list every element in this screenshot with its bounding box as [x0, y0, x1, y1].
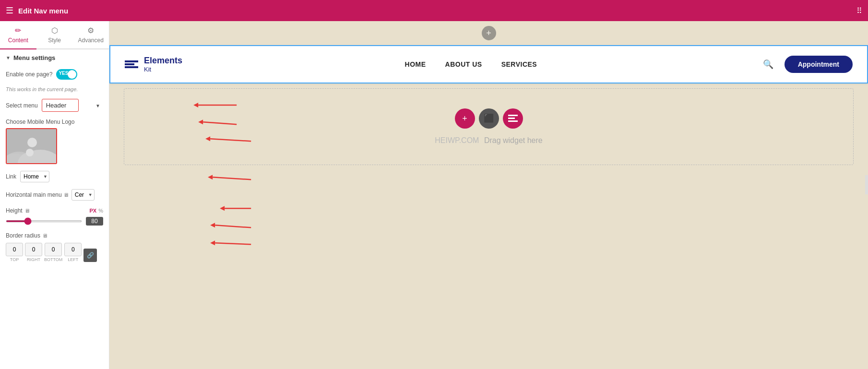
main-layout: ✏ Content ⬡ Style ⚙ Advanced ▼ Menu sett… — [0, 21, 868, 369]
corner-left: LEFT — [64, 243, 82, 262]
logo-placeholder — [7, 129, 56, 163]
watermark-text: HEIWP.COM — [435, 136, 479, 144]
drag-hint: Drag widget here — [484, 136, 543, 144]
slider-row: 80 — [6, 217, 103, 226]
corner-top: TOP — [6, 243, 23, 262]
nav-item-home[interactable]: HOME — [405, 60, 426, 68]
mobile-logo-section: Choose Mobile Menu Logo — [6, 119, 103, 164]
svg-rect-6 — [508, 120, 518, 122]
mobile-logo-label: Choose Mobile Menu Logo — [6, 119, 103, 125]
search-icon-button[interactable]: 🔍 — [760, 56, 777, 73]
enable-one-page-toggle[interactable]: YES — [56, 69, 77, 80]
svg-marker-20 — [210, 240, 215, 245]
add-widget-button[interactable]: + — [455, 108, 475, 129]
link-select-wrapper: Home — [20, 171, 49, 182]
select-menu-row: Select menu Header — [6, 99, 103, 112]
corner-left-input[interactable] — [64, 243, 82, 256]
enable-one-page-label: Enable one page? — [6, 71, 52, 78]
hamburger-icon[interactable]: ☰ — [6, 5, 13, 16]
grid-icon[interactable]: ⠿ — [856, 6, 862, 15]
style-tab-icon: ⬡ — [51, 26, 58, 35]
svg-line-13 — [213, 177, 251, 179]
widget-action-icons: + ⬛ — [455, 108, 523, 129]
tab-style[interactable]: ⬡ Style — [36, 21, 73, 49]
toggle-yes-label: YES — [59, 71, 68, 76]
enable-one-page-row: Enable one page? YES — [6, 69, 103, 80]
nav-item-about[interactable]: ABOUT US — [445, 60, 482, 68]
logo-brand: Elements Kit — [125, 56, 182, 73]
ek-icon-svg — [508, 115, 518, 122]
add-section-button-top[interactable]: + — [482, 26, 496, 40]
hint-text: This works in the current page. — [6, 86, 103, 92]
pct-unit[interactable]: % — [98, 208, 103, 214]
nav-item-services[interactable]: SERVICES — [501, 60, 537, 68]
canvas-area: + Elements Kit HOME ABOUT US SERVIC — [109, 21, 868, 369]
link-dropdown[interactable]: Home — [20, 171, 49, 182]
svg-rect-4 — [508, 115, 518, 116]
corner-top-input[interactable] — [6, 243, 23, 256]
height-section: Height 🖥 PX % 80 — [6, 207, 103, 226]
nav-menu: HOME ABOUT US SERVICES — [182, 60, 760, 68]
svg-point-2 — [19, 150, 57, 164]
move-widget-button[interactable]: ⬛ — [479, 108, 499, 129]
corner-bottom-input[interactable] — [45, 243, 62, 256]
panel-content: ▼ Menu settings Enable one page? YES Thi… — [0, 49, 109, 369]
ek-logo-icon — [125, 60, 138, 68]
section-title: Menu settings — [13, 54, 55, 61]
logo-bar3 — [125, 66, 138, 68]
logo-bar2 — [125, 63, 134, 65]
height-value: 80 — [86, 217, 103, 226]
height-slider[interactable] — [6, 220, 82, 222]
ek-widget-button[interactable] — [503, 108, 523, 129]
left-panel: ✏ Content ⬡ Style ⚙ Advanced ▼ Menu sett… — [0, 21, 109, 369]
px-unit[interactable]: PX — [90, 208, 97, 214]
svg-rect-0 — [7, 129, 57, 164]
mobile-logo-box[interactable] — [6, 128, 57, 164]
select-menu-wrapper: Header — [42, 99, 103, 112]
corner-top-label: TOP — [10, 257, 19, 262]
svg-marker-14 — [208, 175, 213, 179]
appointment-button[interactable]: Appointment — [785, 56, 853, 73]
svg-rect-5 — [508, 118, 515, 119]
height-label: Height 🖥 — [6, 207, 30, 214]
height-monitor-icon: 🖥 — [24, 208, 30, 214]
tab-bar: ✏ Content ⬡ Style ⚙ Advanced — [0, 21, 109, 49]
select-menu-dropdown[interactable]: Header — [42, 99, 79, 112]
drag-text: HEIWP.COM Drag widget here — [435, 136, 542, 145]
advanced-tab-icon: ⚙ — [87, 26, 94, 35]
top-bar-title: Edit Nav menu — [18, 7, 852, 15]
corner-bottom: BOTTOM — [44, 243, 62, 262]
widget-drop-area: + ⬛ HEIWP.COM Drag widget here — [124, 88, 854, 165]
corner-inputs: TOP RIGHT BOTTOM LEFT 🔗 — [6, 243, 103, 262]
header-actions: 🔍 Appointment — [760, 56, 853, 73]
chevron-icon: ▼ — [6, 55, 11, 60]
logo-bar1 — [125, 60, 138, 62]
logo-text-block: Elements Kit — [144, 56, 182, 73]
tab-advanced[interactable]: ⚙ Advanced — [72, 21, 109, 49]
corner-bottom-label: BOTTOM — [44, 257, 62, 262]
svg-line-17 — [215, 225, 251, 227]
px-unit-row: PX % — [90, 208, 103, 214]
height-label-row: Height 🖥 PX % — [6, 207, 103, 214]
corner-left-label: LEFT — [68, 257, 78, 262]
link-row: Link Home — [6, 171, 103, 182]
menu-settings-header[interactable]: ▼ Menu settings — [6, 54, 103, 61]
link-label: Link — [6, 173, 16, 180]
select-menu-label: Select menu — [6, 102, 38, 109]
logo-text-line1: Elements — [144, 56, 182, 66]
content-tab-icon: ✏ — [15, 26, 21, 35]
header-preview: Elements Kit HOME ABOUT US SERVICES 🔍 Ap… — [109, 45, 868, 83]
corner-right-input[interactable] — [25, 243, 42, 256]
svg-marker-16 — [220, 206, 225, 211]
link-corners-button[interactable]: 🔗 — [83, 249, 97, 262]
tab-content[interactable]: ✏ Content — [0, 21, 36, 49]
svg-line-19 — [215, 243, 251, 244]
corner-right-label: RIGHT — [27, 257, 40, 262]
tab-content-label: Content — [8, 37, 28, 44]
hmm-select-wrapper: Cer — [71, 189, 95, 201]
monitor-icon: 🖥 — [63, 192, 69, 198]
border-monitor-icon: 🖥 — [42, 233, 48, 238]
border-radius-section: Border radius 🖥 TOP RIGHT BOTTOM — [6, 232, 103, 262]
svg-point-1 — [7, 152, 36, 164]
hmm-dropdown[interactable]: Cer — [71, 189, 95, 201]
